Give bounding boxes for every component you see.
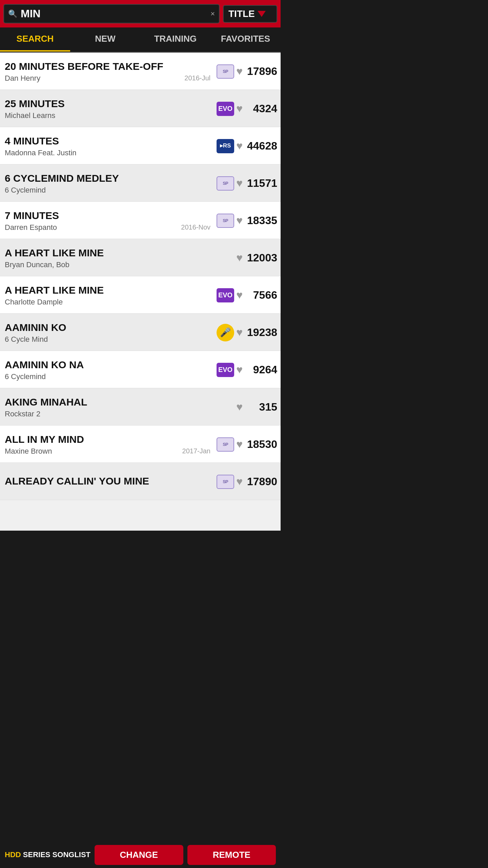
badge-evo: EVO (217, 102, 234, 116)
song-row[interactable]: ALREADY CALLIN' YOU MINE SP ♥ 17890 (0, 463, 281, 500)
song-actions: ▸RS ♥ 44628 (217, 139, 277, 153)
song-row[interactable]: 20 MINUTES BEFORE TAKE-OFF Dan Henry 201… (0, 53, 281, 90)
song-artist: 6 Cyclemind (5, 186, 46, 195)
search-box[interactable]: 🔍 MIN × (3, 4, 220, 23)
song-meta: Dan Henry 2016-Jul (5, 74, 214, 83)
favorite-button[interactable]: ♥ (236, 65, 243, 78)
badge-prs: ▸RS (217, 139, 234, 153)
song-info: ALL IN MY MIND Maxine Brown 2017-Jan (5, 433, 214, 456)
search-input[interactable]: MIN (21, 7, 207, 20)
song-date: 2017-Jan (182, 447, 214, 455)
song-info: AAMININ KO 6 Cycle Mind (5, 321, 214, 344)
song-artist: Bryan Duncan, Bob (5, 260, 69, 269)
favorite-button[interactable]: ♥ (236, 401, 243, 413)
favorite-button[interactable]: ♥ (236, 438, 243, 451)
song-info: AKING MINAHAL Rockstar 2 (5, 396, 214, 418)
song-info: AAMININ KO NA 6 Cyclemind (5, 359, 214, 381)
song-actions: SP ♥ 17896 (217, 64, 277, 79)
favorite-button[interactable]: ♥ (236, 140, 243, 152)
song-number: 9264 (247, 363, 277, 376)
favorite-button[interactable]: ♥ (236, 214, 243, 227)
tab-new[interactable]: NEW (70, 27, 140, 52)
song-number: 7566 (247, 289, 277, 301)
song-row[interactable]: AAMININ KO 6 Cycle Mind 🎤 ♥ 19238 (0, 314, 281, 351)
song-number: 17890 (247, 475, 277, 488)
song-number: 44628 (247, 140, 277, 152)
badge-sp: SP (217, 437, 234, 452)
favorite-button[interactable]: ♥ (236, 102, 243, 115)
favorite-button[interactable]: ♥ (236, 475, 243, 488)
song-artist: 6 Cyclemind (5, 372, 46, 381)
badge-mic: 🎤 (217, 324, 234, 341)
sort-label: TITLE (228, 8, 255, 19)
song-title: A HEART LIKE MINE (5, 284, 214, 296)
song-row[interactable]: 25 MINUTES Michael Learns EVO ♥ 4324 (0, 90, 281, 127)
song-number: 4324 (247, 102, 277, 115)
song-info: ALREADY CALLIN' YOU MINE (5, 475, 214, 489)
clear-button[interactable]: × (210, 9, 215, 18)
song-meta: Bryan Duncan, Bob (5, 260, 214, 269)
song-artist: Rockstar 2 (5, 410, 40, 418)
song-info: A HEART LIKE MINE Charlotte Dample (5, 284, 214, 307)
song-number: 18530 (247, 438, 277, 451)
song-number: 19238 (247, 326, 277, 339)
song-row[interactable]: AKING MINAHAL Rockstar 2 ♥ 315 (0, 388, 281, 426)
song-title: A HEART LIKE MINE (5, 247, 214, 259)
song-meta: Madonna Feat. Justin (5, 149, 214, 157)
badge-sp: SP (217, 64, 234, 79)
song-actions: 🎤 ♥ 19238 (217, 324, 277, 341)
song-title: AAMININ KO NA (5, 359, 214, 371)
badge-sp: SP (217, 475, 234, 489)
song-artist: Maxine Brown (5, 447, 52, 456)
song-row[interactable]: A HEART LIKE MINE Bryan Duncan, Bob ♥ 12… (0, 239, 281, 276)
tab-favorites[interactable]: FAVORITES (210, 27, 281, 52)
tab-search[interactable]: SEARCH (0, 27, 70, 52)
song-meta: Maxine Brown 2017-Jan (5, 447, 214, 456)
song-row[interactable]: 6 CYCLEMIND MEDLEY 6 Cyclemind SP ♥ 1157… (0, 164, 281, 202)
sort-dropdown-arrow[interactable] (258, 11, 266, 17)
song-meta: Charlotte Dample (5, 298, 214, 307)
song-number: 12003 (247, 252, 277, 264)
song-actions: ♥ 315 (217, 401, 277, 413)
song-title: AKING MINAHAL (5, 396, 214, 408)
song-number: 11571 (247, 177, 277, 190)
song-title: ALL IN MY MIND (5, 433, 214, 446)
song-info: 20 MINUTES BEFORE TAKE-OFF Dan Henry 201… (5, 60, 214, 83)
song-artist: Charlotte Dample (5, 298, 63, 307)
song-meta: Rockstar 2 (5, 410, 214, 418)
song-artist: 6 Cycle Mind (5, 335, 48, 344)
song-row[interactable]: A HEART LIKE MINE Charlotte Dample EVO ♥… (0, 276, 281, 314)
badge-evo: EVO (217, 363, 234, 377)
favorite-button[interactable]: ♥ (236, 363, 243, 376)
song-row[interactable]: ALL IN MY MIND Maxine Brown 2017-Jan SP … (0, 426, 281, 463)
song-actions: SP ♥ 11571 (217, 176, 277, 191)
song-artist: Dan Henry (5, 74, 40, 83)
favorite-button[interactable]: ♥ (236, 177, 243, 190)
song-info: 4 MINUTES Madonna Feat. Justin (5, 135, 214, 157)
song-title: 20 MINUTES BEFORE TAKE-OFF (5, 60, 214, 73)
song-actions: EVO ♥ 7566 (217, 288, 277, 302)
nav-tabs: SEARCH NEW TRAINING FAVORITES (0, 27, 281, 53)
song-list: 20 MINUTES BEFORE TAKE-OFF Dan Henry 201… (0, 53, 281, 531)
song-row[interactable]: AAMININ KO NA 6 Cyclemind EVO ♥ 9264 (0, 351, 281, 388)
song-info: A HEART LIKE MINE Bryan Duncan, Bob (5, 247, 214, 269)
song-title: AAMININ KO (5, 321, 214, 334)
favorite-button[interactable]: ♥ (236, 289, 243, 301)
song-artist: Michael Learns (5, 111, 55, 120)
song-number: 315 (247, 401, 277, 413)
favorite-button[interactable]: ♥ (236, 252, 243, 264)
song-title: ALREADY CALLIN' YOU MINE (5, 475, 214, 487)
song-title: 4 MINUTES (5, 135, 214, 147)
song-row[interactable]: 4 MINUTES Madonna Feat. Justin ▸RS ♥ 446… (0, 127, 281, 164)
song-meta: 6 Cyclemind (5, 372, 214, 381)
song-actions: SP ♥ 17890 (217, 475, 277, 489)
song-title: 6 CYCLEMIND MEDLEY (5, 172, 214, 184)
song-row[interactable]: 7 MINUTES Darren Espanto 2016-Nov SP ♥ 1… (0, 202, 281, 239)
tab-training[interactable]: TRAINING (140, 27, 210, 52)
favorite-button[interactable]: ♥ (236, 326, 243, 339)
song-actions: SP ♥ 18530 (217, 437, 277, 452)
song-actions: SP ♥ 18335 (217, 214, 277, 228)
badge-sp: SP (217, 176, 234, 191)
song-actions: EVO ♥ 9264 (217, 363, 277, 377)
sort-box[interactable]: TITLE (223, 5, 277, 23)
